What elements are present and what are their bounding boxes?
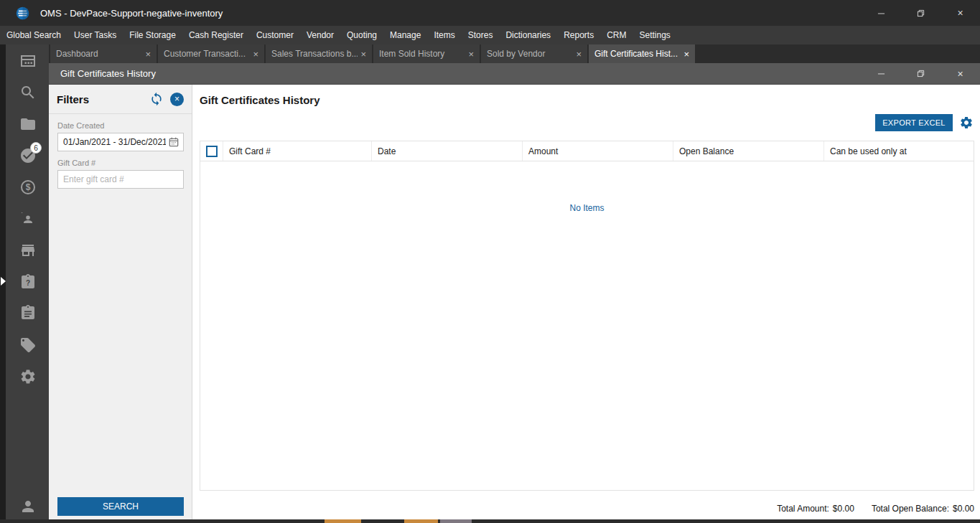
window-controls: × [862, 0, 980, 26]
menu-quoting[interactable]: Quoting [340, 26, 383, 44]
menu-customer[interactable]: Customer [250, 26, 300, 44]
taskbar-segment [440, 519, 472, 523]
tab-bar: Dashboard × Customer Transacti... × Sale… [49, 44, 980, 63]
money-icon[interactable]: $ [19, 179, 37, 196]
column-header-gift-card[interactable]: Gift Card # [223, 141, 372, 161]
select-all-cell [200, 141, 223, 161]
empty-table-message: No Items [200, 203, 974, 213]
settings-icon[interactable] [19, 368, 37, 385]
tab-close-icon[interactable]: × [683, 50, 689, 59]
table-header-row: Gift Card # Date Amount Open Balance Can… [200, 141, 974, 161]
total-open-balance-value: $0.00 [953, 504, 974, 514]
menu-dictionaries[interactable]: Dictionaries [499, 26, 557, 44]
menu-file-storage[interactable]: File Storage [123, 26, 182, 44]
folder-icon[interactable] [19, 116, 37, 133]
tab-item-sold-history[interactable]: Item Sold History × [373, 44, 480, 63]
page-title: Gift Certificates History [200, 94, 320, 106]
search-button[interactable]: SEARCH [57, 497, 184, 516]
gift-certificates-table: Gift Card # Date Amount Open Balance Can… [200, 141, 974, 491]
select-all-checkbox[interactable] [206, 146, 218, 157]
filters-panel: Filters × Date Created Gift Card # SEARC… [49, 85, 192, 523]
calendar-icon[interactable] [168, 136, 179, 148]
taskbar-segment [404, 519, 438, 523]
refresh-icon[interactable] [149, 92, 164, 106]
tab-sales-transactions[interactable]: Sales Transactions b... × [266, 44, 372, 63]
tab-close-icon[interactable]: × [253, 50, 258, 59]
menu-bar: Global Search User Tasks File Storage Ca… [0, 26, 980, 44]
tab-close-icon[interactable]: × [468, 50, 474, 59]
menu-reports[interactable]: Reports [557, 26, 600, 44]
tag-icon[interactable] [19, 336, 37, 354]
tab-close-icon[interactable]: × [576, 50, 582, 59]
minimize-icon[interactable] [862, 0, 901, 26]
tab-gift-certificates-history[interactable]: Gift Certificates Hist... × [589, 44, 695, 63]
menu-vendor[interactable]: Vendor [300, 26, 340, 44]
search-icon[interactable] [19, 84, 37, 101]
close-icon[interactable]: × [941, 0, 980, 26]
minimize-icon[interactable] [862, 63, 901, 84]
restore-icon[interactable] [901, 63, 941, 84]
gift-card-input[interactable] [57, 170, 184, 189]
icon-sidebar: 6 $ ? [0, 44, 49, 523]
grid-settings-gear-icon[interactable] [959, 116, 974, 130]
svg-text:?: ? [26, 279, 30, 287]
tab-customer-transactions[interactable]: Customer Transacti... × [158, 44, 264, 63]
menu-user-tasks[interactable]: User Tasks [67, 26, 123, 44]
close-icon[interactable]: × [941, 63, 980, 84]
total-amount-value: $0.00 [833, 504, 854, 514]
taskbar-sliver [0, 519, 980, 523]
restore-icon[interactable] [901, 0, 941, 26]
column-header-date[interactable]: Date [372, 141, 523, 161]
date-created-label: Date Created [57, 121, 183, 130]
main-content: Gift Certificates History EXPORT EXCEL G… [192, 85, 980, 523]
filters-close-icon[interactable]: × [170, 93, 184, 106]
clipboard-icon[interactable] [19, 304, 37, 321]
filters-heading: Filters [57, 93, 149, 105]
date-created-input[interactable] [57, 133, 184, 151]
tab-close-icon[interactable]: × [360, 50, 366, 59]
tab-close-icon[interactable]: × [145, 50, 151, 59]
subwindow-title: Gift Certificates History [60, 68, 156, 79]
svg-text:$: $ [26, 182, 31, 192]
menu-crm[interactable]: CRM [600, 26, 633, 44]
help-clipboard-icon[interactable]: ? [19, 273, 37, 291]
subwindow-controls: × [862, 63, 980, 84]
window-title: OMS - DevPace-Support-negative-inventory [40, 8, 223, 19]
taskbar-segment [325, 519, 361, 523]
titlebar: OMS - DevPace-Support-negative-inventory… [0, 0, 980, 26]
menu-cash-register[interactable]: Cash Register [182, 26, 250, 44]
menu-items[interactable]: Items [427, 26, 461, 44]
menu-global-search[interactable]: Global Search [0, 26, 67, 44]
column-header-amount[interactable]: Amount [523, 141, 673, 161]
tasks-badge: 6 [30, 142, 42, 154]
total-amount-label: Total Amount: [777, 504, 829, 514]
store-icon[interactable] [19, 242, 37, 259]
divider [49, 113, 192, 114]
menu-settings[interactable]: Settings [633, 26, 676, 44]
column-header-can-be-used-only-at[interactable]: Can be used only at [824, 141, 974, 161]
totals-bar: Total Amount: $0.00 Total Open Balance: … [777, 504, 974, 514]
column-header-open-balance[interactable]: Open Balance [673, 141, 824, 161]
total-open-balance-label: Total Open Balance: [872, 504, 949, 514]
dashboard-icon[interactable] [19, 52, 37, 70]
customer-card-icon[interactable] [19, 210, 37, 227]
subwindow-titlebar: Gift Certificates History × [49, 63, 980, 85]
user-icon[interactable] [19, 498, 37, 515]
tab-sold-by-vendor[interactable]: Sold by Vendor × [481, 44, 587, 63]
sidebar-expand-arrow-icon[interactable] [1, 277, 6, 286]
gift-card-label: Gift Card # [57, 159, 183, 167]
menu-stores[interactable]: Stores [462, 26, 500, 44]
app-logo-icon [16, 6, 29, 20]
export-excel-button[interactable]: EXPORT EXCEL [875, 114, 953, 131]
menu-manage[interactable]: Manage [383, 26, 427, 44]
tab-dashboard[interactable]: Dashboard × [50, 44, 157, 63]
